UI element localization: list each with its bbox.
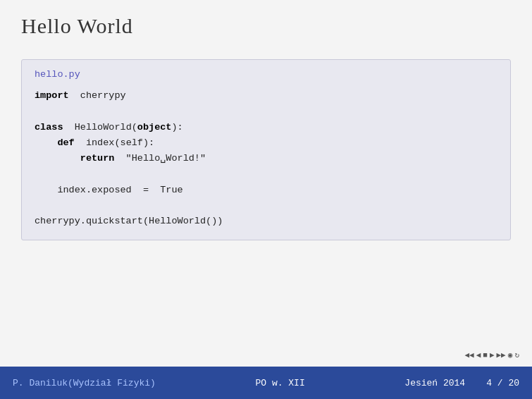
nav-first-icon[interactable]: ◀◀ bbox=[464, 350, 474, 360]
footer-author: P. Daniluk(Wydział Fizyki) bbox=[13, 378, 156, 388]
footer-page: 4 / 20 bbox=[486, 378, 519, 388]
code-filename: hello.py bbox=[35, 67, 497, 82]
nav-last-icon[interactable]: ▶▶ bbox=[497, 350, 506, 360]
slide-content: Hello World hello.py import cherrypy cla… bbox=[0, 0, 532, 367]
code-line-7: index.exposed = True bbox=[35, 183, 497, 198]
code-line-6 bbox=[35, 167, 497, 183]
footer-right-group: Jesień 2014 4 / 20 bbox=[404, 378, 519, 388]
code-line-1: import cherrypy bbox=[35, 88, 497, 104]
code-line-5: return "Hello␣World!" bbox=[35, 151, 497, 166]
footer-date: Jesień 2014 bbox=[404, 378, 465, 388]
nav-search-icon[interactable]: ◉ bbox=[508, 350, 513, 360]
code-line-3: class HelloWorld(object): bbox=[35, 120, 497, 135]
nav-refresh-icon[interactable]: ↻ bbox=[514, 350, 519, 360]
code-line-8 bbox=[35, 198, 497, 214]
nav-next-icon[interactable]: ▶ bbox=[490, 350, 495, 360]
code-block: hello.py import cherrypy class HelloWorl… bbox=[21, 59, 511, 240]
nav-prev-icon[interactable]: ◀ bbox=[476, 350, 481, 360]
slide-title: Hello World bbox=[21, 14, 511, 38]
code-line-2 bbox=[35, 104, 497, 120]
nav-home-icon[interactable]: ■ bbox=[483, 351, 488, 360]
code-line-9: cherrypy.quickstart(HelloWorld()) bbox=[35, 214, 497, 229]
nav-icons: ◀◀ ◀ ■ ▶ ▶▶ ◉ ↻ bbox=[464, 350, 519, 360]
footer-bar: P. Daniluk(Wydział Fizyki) PO w. XII Jes… bbox=[0, 367, 532, 399]
code-line-4: def index(self): bbox=[35, 135, 497, 151]
footer-center: PO w. XII bbox=[255, 378, 304, 388]
